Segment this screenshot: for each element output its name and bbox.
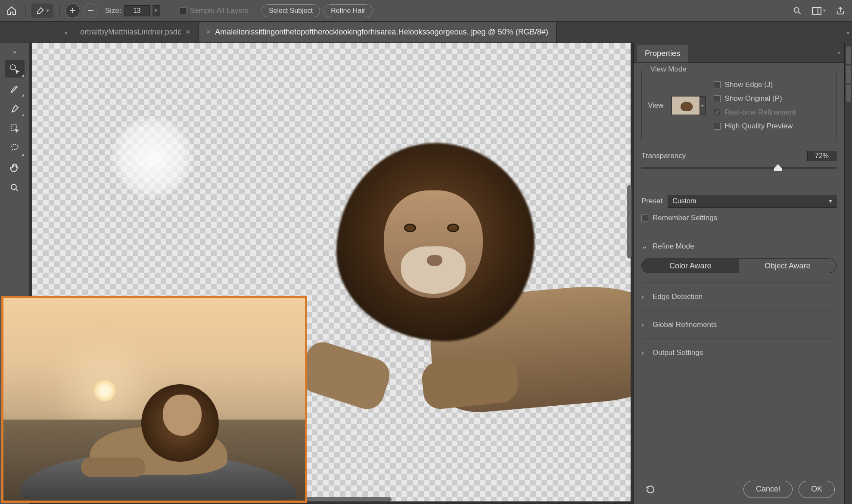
options-bar: ▾ Size: ▾ Sample All Layers Select Subje…: [0, 0, 852, 22]
size-label: Size:: [105, 6, 121, 15]
sun-glow: [94, 380, 115, 401]
original-image-inset: [1, 296, 307, 503]
panel-collapse-icon[interactable]: «: [838, 49, 841, 56]
close-tab-icon[interactable]: ×: [206, 28, 211, 37]
close-tab-icon[interactable]: ×: [186, 28, 190, 37]
document-tab-inactive[interactable]: ortraitbyMatthiasLindner.psdc ×: [72, 22, 199, 42]
collapsed-panel-strip[interactable]: [844, 43, 852, 504]
panel-body: View Mode View ▾ Show Edge (J) Show Orig…: [634, 63, 844, 474]
refine-mode-header[interactable]: ⌄ Refine Mode: [641, 242, 836, 251]
tabs-scroll-right-icon[interactable]: »: [846, 29, 849, 36]
chevron-right-icon: ›: [641, 320, 647, 329]
lion-face: [163, 395, 202, 436]
transparency-value[interactable]: 72%: [807, 151, 836, 161]
vertical-scrollbar[interactable]: [627, 185, 631, 258]
add-to-selection-button[interactable]: [65, 3, 80, 18]
workspace-switcher[interactable]: ▾: [808, 3, 830, 18]
edge-detection-header[interactable]: › Edge Detection: [641, 292, 836, 301]
brush-size-dropdown[interactable]: ▾: [152, 5, 160, 16]
svg-point-0: [794, 7, 799, 12]
separator: [25, 4, 25, 17]
transparency-label: Transparency: [641, 152, 686, 160]
share-button[interactable]: [833, 3, 848, 18]
select-subject-button[interactable]: Select Subject: [261, 4, 320, 17]
global-refinements-section: › Global Refinements: [641, 311, 836, 339]
svg-point-2: [10, 65, 16, 70]
view-thumbnail: [672, 96, 700, 115]
view-label: View: [648, 101, 664, 110]
cancel-button[interactable]: Cancel: [743, 481, 793, 498]
view-mode-legend: View Mode: [647, 65, 690, 74]
view-mode-dropdown[interactable]: ▾: [700, 96, 706, 115]
separator: [170, 4, 170, 17]
refine-hair-button[interactable]: Refine Hair: [323, 4, 373, 17]
brush-cursor-preview: [112, 116, 193, 198]
chevron-right-icon: ›: [641, 348, 647, 357]
output-settings-section: › Output Settings: [641, 339, 836, 367]
tab-label: ortraitbyMatthiasLindner.psdc: [80, 28, 181, 37]
preset-select[interactable]: Custom ▾: [668, 195, 836, 208]
chevron-down-icon: ▾: [829, 198, 832, 204]
collapsed-panel-handle[interactable]: [846, 65, 851, 83]
chevron-down-icon: ⌄: [641, 242, 647, 251]
brush-preset-picker[interactable]: ▾: [31, 3, 53, 18]
show-original-checkbox[interactable]: Show Original (P): [714, 94, 796, 103]
panel-tab-bar: Properties «: [634, 43, 844, 63]
show-edge-checkbox[interactable]: Show Edge (J): [714, 81, 796, 89]
refine-mode-toggle: Color Aware Object Aware: [641, 258, 836, 273]
global-refinements-header[interactable]: › Global Refinements: [641, 320, 836, 329]
slider-knob-icon[interactable]: [774, 164, 782, 171]
realtime-refinement-checkbox: Real-time Refinement: [714, 108, 796, 117]
sample-all-layers-label: Sample All Layers: [190, 6, 249, 15]
properties-panel: Properties « View Mode View ▾ Show Edge …: [633, 43, 844, 504]
lion-leg: [81, 457, 146, 477]
home-button[interactable]: [4, 3, 19, 18]
chevron-right-icon: ›: [641, 292, 647, 301]
collapse-tools-icon[interactable]: »: [11, 47, 19, 58]
canvas-image-subject: [319, 126, 631, 449]
collapsed-panel-handle[interactable]: [846, 47, 851, 64]
zoom-tool[interactable]: [5, 179, 25, 196]
object-aware-button[interactable]: Object Aware: [739, 259, 836, 273]
hand-tool[interactable]: [5, 159, 25, 177]
preset-row: Preset Custom ▾: [641, 195, 836, 208]
document-tab-active[interactable]: × Amalelionissittingonthetopoftherockloo…: [199, 22, 557, 42]
transparency-row: Transparency 72%: [641, 151, 836, 161]
collapsed-panel-handle[interactable]: [846, 84, 851, 102]
separator: [59, 4, 59, 17]
properties-tab[interactable]: Properties: [637, 45, 688, 62]
color-aware-button[interactable]: Color Aware: [642, 259, 739, 273]
sample-all-layers-checkbox[interactable]: Sample All Layers: [180, 6, 249, 15]
tab-label: Amalelionissittingonthetopoftherocklooki…: [215, 28, 548, 37]
svg-point-4: [11, 184, 16, 190]
brush-size-control: Size: ▾: [105, 5, 160, 16]
svg-rect-1: [812, 7, 821, 14]
high-quality-preview-checkbox[interactable]: High Quality Preview: [714, 122, 796, 131]
panel-footer: Cancel OK: [634, 474, 844, 504]
remember-settings-checkbox[interactable]: Remember Settings: [641, 214, 836, 222]
subtract-from-selection-button[interactable]: [84, 3, 98, 18]
search-icon[interactable]: [790, 3, 805, 18]
refine-mode-section: ⌄ Refine Mode Color Aware Object Aware: [641, 232, 836, 283]
tabs-scroll-left-icon[interactable]: «: [65, 29, 68, 36]
brush-size-input[interactable]: [124, 5, 150, 16]
ok-button[interactable]: OK: [799, 481, 835, 498]
right-panel-container: Properties « View Mode View ▾ Show Edge …: [633, 43, 852, 504]
output-settings-header[interactable]: › Output Settings: [641, 348, 836, 357]
checkbox-icon: [180, 7, 187, 14]
view-mode-group: View Mode View ▾ Show Edge (J) Show Orig…: [641, 70, 836, 141]
edge-detection-section: › Edge Detection: [641, 283, 836, 311]
object-selection-tool[interactable]: [5, 120, 25, 137]
transparency-slider[interactable]: [641, 167, 836, 169]
document-tab-bar: « ortraitbyMatthiasLindner.psdc × × Amal…: [0, 22, 852, 43]
reset-button[interactable]: [643, 482, 658, 497]
preset-label: Preset: [641, 197, 662, 205]
